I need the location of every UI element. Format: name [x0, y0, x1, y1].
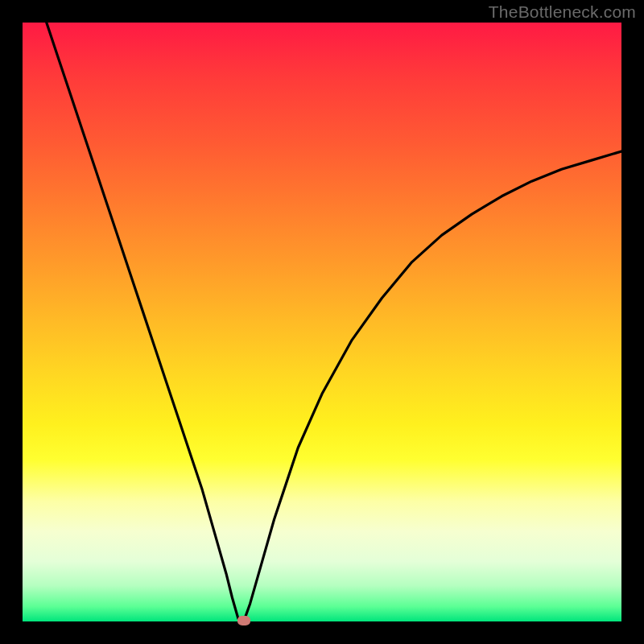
optimal-point-marker	[237, 616, 250, 625]
watermark-text: TheBottleneck.com	[489, 2, 636, 22]
bottleneck-curve	[23, 23, 621, 621]
plot-area	[23, 23, 621, 621]
chart-frame: TheBottleneck.com	[0, 0, 644, 644]
